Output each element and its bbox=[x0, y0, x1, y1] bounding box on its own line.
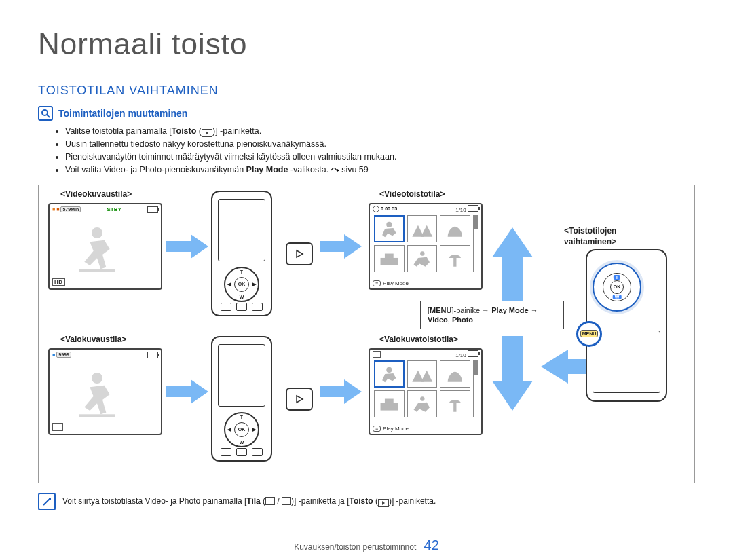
svg-marker-5 bbox=[320, 234, 362, 259]
dpad-control: T W ◀▶ OK bbox=[224, 267, 259, 302]
svg-marker-4 bbox=[297, 250, 303, 257]
label-photo-rec: <Valokuvaustila> bbox=[60, 335, 126, 344]
camcorder-device: T W ◀▶ OK bbox=[211, 336, 272, 462]
page-footer: Kuvauksen/toiston perustoiminnot 42 bbox=[0, 538, 733, 553]
camcorder-device: T W ◀▶ OK bbox=[211, 191, 272, 316]
label-video-play: <Videotoistotila> bbox=[379, 189, 445, 199]
video-mode-icon bbox=[265, 497, 275, 505]
note-text: Voit siirtyä toistotilasta Video- ja Pho… bbox=[62, 496, 436, 507]
svg-rect-13 bbox=[79, 414, 115, 417]
svg-line-1 bbox=[47, 115, 50, 117]
menu-pill-icon: ≡ bbox=[373, 426, 381, 432]
note-icon bbox=[38, 493, 56, 510]
svg-point-10 bbox=[420, 251, 424, 255]
svg-marker-12 bbox=[492, 227, 533, 302]
play-icon bbox=[378, 499, 389, 507]
svg-rect-9 bbox=[385, 253, 394, 259]
skater-silhouette-icon bbox=[70, 367, 124, 422]
instruction-list: Valitse toistotila painamalla [Toisto ()… bbox=[65, 125, 695, 178]
play-icon bbox=[202, 129, 212, 137]
label-mode-switch-2: vaihtaminen> bbox=[564, 237, 616, 246]
svg-point-21 bbox=[420, 396, 424, 400]
battery-icon bbox=[147, 352, 158, 358]
svg-marker-14 bbox=[166, 379, 208, 404]
arrow-right-icon bbox=[320, 379, 362, 404]
manual-page: Normaali toisto TOISTOTILAN VAIHTAMINEN … bbox=[0, 0, 733, 560]
instruction-item: Pienoiskuvanäytön toiminnot määräytyvät … bbox=[65, 151, 695, 163]
instruction-item: Voit valita Video- ja Photo-pienoiskuvan… bbox=[65, 164, 695, 177]
arrow-right-icon bbox=[166, 234, 208, 259]
footer-section: Kuvauksen/toiston perustoiminnot bbox=[294, 542, 416, 552]
battery-icon bbox=[468, 350, 478, 357]
svg-rect-11 bbox=[454, 257, 457, 266]
arrow-right-icon bbox=[166, 379, 208, 404]
scrollbar bbox=[473, 360, 478, 417]
camera-badge-icon bbox=[52, 423, 63, 431]
scrollbar bbox=[473, 215, 478, 272]
photo-mode-icon bbox=[282, 497, 291, 505]
menu-pill-icon: ≡ bbox=[373, 280, 381, 286]
svg-rect-22 bbox=[454, 403, 457, 411]
skater-silhouette-icon bbox=[70, 222, 124, 276]
subsection-title: Toimintatilojen muuttaminen bbox=[58, 108, 187, 119]
svg-marker-23 bbox=[492, 336, 533, 411]
page-title: Normaali toisto bbox=[38, 27, 695, 61]
page-link-icon bbox=[331, 165, 339, 177]
arrow-right-icon bbox=[320, 234, 362, 259]
page-number: 42 bbox=[424, 538, 439, 553]
subsection-header: Toimintatilojen muuttaminen bbox=[38, 106, 695, 121]
svg-marker-18 bbox=[421, 370, 432, 381]
photo-record-screen: ■9999 bbox=[48, 348, 162, 435]
menu-label: MENU bbox=[580, 330, 599, 337]
svg-rect-20 bbox=[385, 398, 394, 405]
arrow-up-icon bbox=[492, 227, 533, 302]
svg-marker-15 bbox=[297, 396, 303, 403]
video-record-screen: ■■579Min STBY HD bbox=[48, 203, 162, 290]
title-divider bbox=[38, 71, 695, 71]
note-row: Voit siirtyä toistotilasta Video- ja Pho… bbox=[38, 493, 695, 510]
hd-badge: HD bbox=[52, 278, 65, 286]
svg-marker-3 bbox=[166, 234, 208, 259]
label-photo-play: <Valokuvatoistotila> bbox=[379, 335, 458, 344]
mode-diagram: <Videokuvaustila> <Videotoistotila> <Toi… bbox=[38, 185, 695, 483]
svg-point-0 bbox=[42, 110, 48, 115]
menu-button-highlight: MENU bbox=[576, 321, 602, 347]
battery-icon bbox=[147, 206, 158, 213]
dpad-control: T W ◀▶ OK bbox=[224, 412, 259, 447]
label-mode-switch-1: <Toistotilojen bbox=[564, 226, 616, 236]
svg-marker-16 bbox=[320, 379, 362, 404]
magnifier-icon bbox=[38, 106, 53, 121]
dpad-highlight: T W OK bbox=[593, 263, 641, 312]
video-play-screen: 0:00:55 1/10 ≡Play Mode bbox=[369, 203, 483, 290]
play-button bbox=[286, 242, 313, 265]
instruction-item: Valitse toistotila painamalla [Toisto ()… bbox=[65, 125, 695, 137]
label-video-rec: <Videokuvaustila> bbox=[60, 189, 132, 199]
battery-icon bbox=[468, 205, 478, 212]
photo-play-screen: 1/10 ≡Play Mode bbox=[369, 348, 483, 435]
menu-popup: [MENU]-painike → Play Mode → Video, Phot… bbox=[420, 301, 564, 330]
section-title: TOISTOTILAN VAIHTAMINEN bbox=[38, 83, 695, 98]
instruction-item: Uusin tallennettu tiedosto näkyy koroste… bbox=[65, 138, 695, 150]
play-button bbox=[286, 388, 313, 411]
svg-rect-2 bbox=[79, 269, 115, 272]
arrow-down-icon bbox=[492, 336, 533, 411]
svg-marker-7 bbox=[421, 225, 432, 236]
